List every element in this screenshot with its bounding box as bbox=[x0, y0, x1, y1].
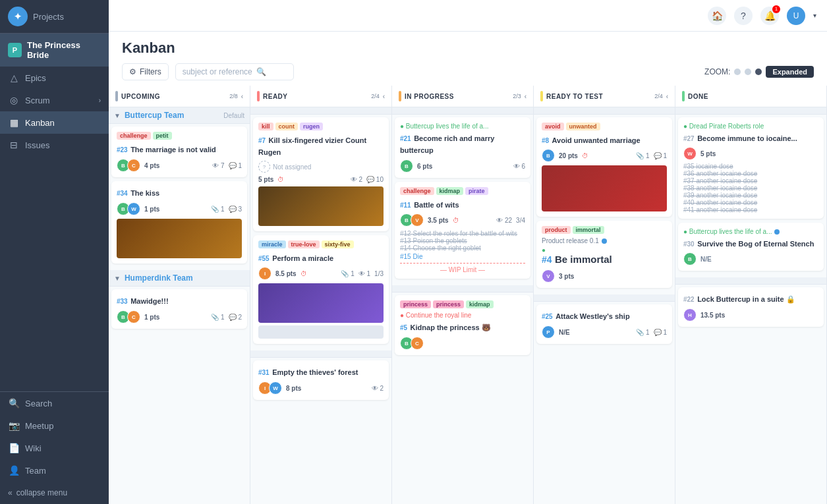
topbar: 🏠 ? 🔔 1 U ▾ bbox=[109, 0, 827, 32]
search-icon: 🔍 bbox=[8, 398, 20, 408]
zoom-controls: ZOOM: Expanded bbox=[704, 66, 814, 78]
team-header-humperdink-inprogress bbox=[392, 285, 533, 293]
buttercup-team-label: Buttercup Team bbox=[125, 111, 184, 120]
tag-petit: petit bbox=[153, 132, 172, 140]
avatar: W bbox=[683, 147, 697, 160]
wiki-icon: 📄 bbox=[8, 443, 20, 453]
sidebar-item-meetup[interactable]: 📷 Meetup bbox=[0, 414, 109, 437]
main-area: 🏠 ? 🔔 1 U ▾ Kanban ⚙ Filters subject or … bbox=[109, 0, 827, 504]
topbar-user-arrow[interactable]: ▾ bbox=[813, 12, 816, 19]
col-header-upcoming: UPCOMING 2/8 ‹ bbox=[109, 86, 250, 107]
card-8[interactable]: avoid unwanted #8 Avoid unwanted marriag… bbox=[536, 117, 672, 217]
col-header-done: DONE bbox=[675, 86, 827, 107]
search-input-box[interactable]: subject or reference 🔍 bbox=[175, 63, 294, 80]
col-collapse-upcoming[interactable]: ‹ bbox=[241, 93, 243, 100]
sidebar-item-kanban[interactable]: ▦ Kanban bbox=[0, 111, 109, 134]
avatar: C bbox=[127, 159, 140, 172]
avatar: P bbox=[542, 325, 555, 339]
card-23[interactable]: challenge petit #23 The marriage is not … bbox=[111, 126, 247, 177]
sidebar-item-scrum[interactable]: ◎ Scrum › bbox=[0, 89, 109, 111]
team-collapse-icon[interactable]: ▼ bbox=[114, 112, 121, 119]
kanban-icon: ▦ bbox=[8, 117, 20, 128]
card-30[interactable]: ● Buttercup lives the life of a... #30 S… bbox=[678, 223, 824, 271]
kanban-area: Kanban ⚙ Filters subject or reference 🔍 … bbox=[109, 32, 827, 504]
meetup-icon: 📷 bbox=[8, 420, 20, 431]
card-55[interactable]: miracle true-love sixty-five #55 Perform… bbox=[253, 235, 389, 344]
avatar: C bbox=[127, 310, 140, 323]
zoom-dot-1[interactable] bbox=[734, 69, 741, 75]
done-humperdink-cards: #22 Lock Buttercup in a suite 🔒 H 13.5 p… bbox=[675, 285, 826, 333]
sidebar-item-label: Kanban bbox=[25, 118, 55, 128]
upcoming-humperdink-cards: #33 Mawidge!!! B C 1 pts 📎 1 💬 2 bbox=[109, 287, 250, 335]
default-badge: Default bbox=[223, 112, 244, 119]
sidebar-item-wiki[interactable]: 📄 Wiki bbox=[0, 437, 109, 459]
topbar-avatar[interactable]: U bbox=[787, 7, 805, 25]
card-30-dot bbox=[774, 229, 780, 235]
sidebar-logo: ✦ bbox=[8, 7, 28, 26]
team-header-humperdink-rtt bbox=[534, 294, 675, 302]
sidebar-item-epics[interactable]: △ Epics bbox=[0, 67, 109, 89]
kanban-header: Kanban ⚙ Filters subject or reference 🔍 … bbox=[109, 32, 827, 86]
card-31[interactable]: #31 Empty the thieves' forest I W 8 pts … bbox=[253, 360, 389, 400]
projects-label[interactable]: Projects bbox=[33, 12, 64, 22]
zoom-label: ZOOM: bbox=[704, 67, 730, 76]
team-header-buttercup-inprogress bbox=[392, 107, 533, 115]
search-magnifier-icon: 🔍 bbox=[256, 67, 266, 76]
topbar-notifications-icon[interactable]: 🔔 1 bbox=[760, 7, 779, 25]
col-collapse-inprogress[interactable]: ‹ bbox=[525, 93, 527, 100]
card-27[interactable]: ● Dread Pirate Roberts role #27 Become i… bbox=[678, 117, 824, 219]
tag-challenge: challenge bbox=[117, 132, 151, 140]
team-header-buttercup: ▼ Buttercup Team Default bbox=[109, 107, 250, 124]
kanban-title: Kanban bbox=[122, 40, 814, 57]
sidebar-item-search[interactable]: 🔍 Search bbox=[0, 392, 109, 414]
done-buttercup-cards: ● Dread Pirate Roberts role #27 Become i… bbox=[675, 115, 826, 277]
avatar: I bbox=[258, 267, 271, 280]
sidebar-item-label: Search bbox=[25, 399, 52, 408]
notification-badge: 1 bbox=[772, 5, 780, 13]
expanded-button[interactable]: Expanded bbox=[766, 66, 814, 78]
sidebar: ✦ Projects P The Princess Bride △ Epics … bbox=[0, 0, 109, 504]
column-done: ● Dread Pirate Roberts role #27 Become i… bbox=[675, 107, 827, 504]
avatar: W bbox=[269, 381, 282, 395]
zoom-dot-3[interactable] bbox=[755, 69, 762, 75]
scrum-icon: ◎ bbox=[8, 95, 20, 105]
sidebar-item-label: Team bbox=[25, 466, 46, 476]
card-21[interactable]: ● Buttercup lives the life of a... #21 B… bbox=[395, 117, 530, 178]
card-11[interactable]: challenge kidmap pirate #11 Battle of wi… bbox=[395, 182, 530, 279]
topbar-help-icon[interactable]: ? bbox=[734, 7, 753, 25]
card-5-prefix: ● Continue the royal line bbox=[400, 312, 525, 319]
kanban-toolbar: ⚙ Filters subject or reference 🔍 ZOOM: E… bbox=[122, 63, 814, 80]
sidebar-item-label: Scrum bbox=[25, 96, 50, 105]
avatar: V bbox=[411, 213, 424, 227]
collapse-menu-button[interactable]: « collapse menu bbox=[0, 482, 109, 504]
card-27-subitems: #35 iocaine dose #36 another iocaine dos… bbox=[683, 163, 818, 213]
epics-icon: △ bbox=[8, 72, 20, 83]
filter-button[interactable]: ⚙ Filters bbox=[122, 63, 169, 80]
avatar: B bbox=[542, 149, 555, 162]
sidebar-item-issues[interactable]: ⊟ Issues bbox=[0, 134, 109, 156]
sidebar-item-label: Epics bbox=[25, 73, 46, 83]
sidebar-item-team[interactable]: 👤 Team bbox=[0, 459, 109, 482]
card-33[interactable]: #33 Mawidge!!! B C 1 pts 📎 1 💬 2 bbox=[111, 289, 247, 329]
team-collapse-icon[interactable]: ▼ bbox=[114, 275, 121, 282]
col-header-readytotest: READY TO TEST 2/4 ‹ bbox=[534, 86, 675, 107]
avatar: B bbox=[400, 159, 413, 173]
col-collapse-readytotest[interactable]: ‹ bbox=[666, 93, 668, 100]
card-25[interactable]: #25 Attack Westley's ship P N/E 📎 1 💬 1 bbox=[536, 304, 672, 344]
board-scroll[interactable]: ▼ Buttercup Team Default challenge petit… bbox=[109, 107, 827, 504]
project-icon: P bbox=[8, 43, 22, 57]
card-34[interactable]: #34 The kiss B W 1 pts 📎 1 💬 3 bbox=[111, 181, 247, 264]
card-7[interactable]: kill count rugen #7 Kill six-fingered vi… bbox=[253, 117, 389, 231]
team-header-buttercup-ready bbox=[250, 107, 391, 115]
card-5[interactable]: princess princess kidmap ● Continue the … bbox=[395, 295, 530, 355]
card-22[interactable]: #22 Lock Buttercup in a suite 🔒 H 13.5 p… bbox=[678, 287, 824, 327]
sidebar-bottom: 🔍 Search 📷 Meetup 📄 Wiki 👤 Team « collap… bbox=[0, 391, 109, 504]
sidebar-item-label: Meetup bbox=[25, 421, 53, 431]
card-7-image bbox=[258, 186, 384, 226]
col-collapse-ready[interactable]: ‹ bbox=[383, 93, 385, 100]
zoom-dot-2[interactable] bbox=[745, 69, 751, 75]
col-header-inprogress: IN PROGRESS 2/3 ‹ bbox=[392, 86, 534, 107]
card-4[interactable]: product immortal Product release 0.1 ● #… bbox=[536, 221, 672, 288]
topbar-home-icon[interactable]: 🏠 bbox=[708, 7, 726, 25]
sidebar-project-item[interactable]: P The Princess Bride bbox=[0, 34, 109, 67]
